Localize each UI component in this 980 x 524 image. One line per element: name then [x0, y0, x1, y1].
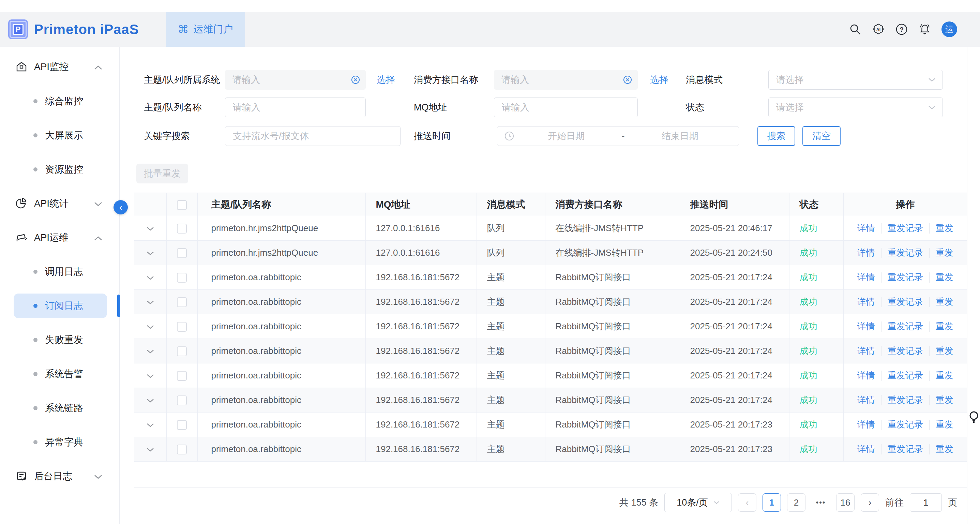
search-button[interactable]: 搜索 — [757, 126, 795, 146]
chevron-down-icon[interactable] — [146, 398, 154, 403]
cell-actions: 详情重发记录重发 — [843, 216, 967, 241]
chevron-down-icon[interactable] — [146, 227, 154, 231]
page-button-2[interactable]: 2 — [787, 493, 805, 512]
sidebar-group-api-stats[interactable]: API统计 — [0, 194, 120, 213]
resend-log-link[interactable]: 重发记录 — [881, 370, 929, 382]
user-avatar[interactable]: 运 — [942, 21, 957, 37]
tab-ops-portal[interactable]: ⌘ 运维门户 — [165, 12, 245, 47]
detail-link[interactable]: 详情 — [851, 271, 881, 283]
cell-actions: 详情重发记录重发 — [843, 314, 967, 339]
sidebar-item-exception-dict[interactable]: 异常字典 — [0, 432, 120, 452]
resend-link[interactable]: 重发 — [929, 271, 959, 283]
sidebar-group-api-monitor[interactable]: API监控 — [0, 57, 120, 77]
sidebar-item-sys-alert[interactable]: 系统告警 — [0, 364, 120, 384]
start-date-placeholder[interactable]: 开始日期 — [514, 130, 618, 142]
chevron-down-icon[interactable] — [146, 349, 154, 354]
consumer-filter-input[interactable] — [494, 70, 638, 90]
resend-link[interactable]: 重发 — [929, 345, 959, 357]
chevron-down-icon[interactable] — [146, 251, 154, 256]
sidebar-item-fail-resend[interactable]: 失败重发 — [0, 330, 120, 350]
detail-link[interactable]: 详情 — [851, 345, 881, 357]
cell-push-time: 2025-05-21 20:17:24 — [680, 314, 789, 339]
resend-log-link[interactable]: 重发记录 — [881, 443, 929, 455]
sidebar-group-api-ops[interactable]: API运维 — [0, 228, 120, 247]
detail-link[interactable]: 详情 — [851, 394, 881, 406]
status-filter-select[interactable]: 请选择 — [768, 97, 943, 117]
resend-log-link[interactable]: 重发记录 — [881, 320, 929, 333]
chevron-down-icon[interactable] — [146, 448, 154, 452]
row-checkbox[interactable] — [177, 395, 187, 405]
row-checkbox[interactable] — [177, 224, 187, 234]
chevron-down-icon[interactable] — [146, 325, 154, 329]
resend-link[interactable]: 重发 — [929, 394, 959, 406]
detail-link[interactable]: 详情 — [851, 222, 881, 234]
name-filter-input[interactable] — [225, 98, 366, 117]
clear-circle-icon[interactable] — [623, 75, 632, 86]
resend-log-link[interactable]: 重发记录 — [881, 419, 929, 431]
row-checkbox[interactable] — [177, 322, 187, 332]
sidebar-item-resource[interactable]: 资源监控 — [0, 159, 120, 179]
resend-link[interactable]: 重发 — [929, 247, 959, 259]
resend-log-link[interactable]: 重发记录 — [881, 394, 929, 406]
more-pages-ellipsis[interactable]: ••• — [811, 498, 830, 507]
chevron-down-icon[interactable] — [146, 300, 154, 305]
page-button-1[interactable]: 1 — [762, 493, 781, 512]
search-icon[interactable] — [849, 23, 862, 36]
sidebar-item-subscribe-log[interactable]: 订阅日志 — [0, 296, 120, 316]
batch-resend-button[interactable]: 批量重发 — [136, 164, 188, 183]
sidebar-item-sys-link[interactable]: 系统链路 — [0, 398, 120, 418]
chevron-down-icon[interactable] — [146, 276, 154, 280]
sidebar-collapse-button[interactable]: ‹ — [113, 200, 128, 215]
system-filter-input[interactable] — [225, 70, 366, 90]
resend-log-link[interactable]: 重发记录 — [881, 222, 929, 234]
page-size-select[interactable]: 10条/页 — [664, 493, 732, 512]
select-all-checkbox[interactable] — [177, 200, 187, 210]
goto-page-input[interactable] — [910, 493, 942, 512]
resend-link[interactable]: 重发 — [929, 296, 959, 308]
sidebar-item-bigscreen[interactable]: 大屏展示 — [0, 126, 120, 145]
detail-link[interactable]: 详情 — [851, 320, 881, 333]
sidebar-group-backend-log[interactable]: 后台日志 — [0, 467, 120, 486]
resend-link[interactable]: 重发 — [929, 370, 959, 382]
system-select-link[interactable]: 选择 — [377, 70, 395, 90]
resend-log-link[interactable]: 重发记录 — [881, 345, 929, 357]
push-time-range-picker[interactable]: 开始日期 - 结束日期 — [497, 126, 739, 146]
help-icon[interactable]: ? — [895, 23, 908, 36]
sidebar-item-overview[interactable]: 综合监控 — [0, 91, 120, 111]
page-button-16[interactable]: 16 — [836, 493, 854, 512]
lightbulb-icon[interactable] — [969, 411, 979, 427]
detail-link[interactable]: 详情 — [851, 247, 881, 259]
end-date-placeholder[interactable]: 结束日期 — [628, 130, 732, 142]
resend-log-link[interactable]: 重发记录 — [881, 296, 929, 308]
resend-log-link[interactable]: 重发记录 — [881, 247, 929, 259]
prev-page-button[interactable]: ‹ — [738, 493, 756, 512]
row-checkbox[interactable] — [177, 371, 187, 381]
row-checkbox[interactable] — [177, 420, 187, 430]
keyword-filter-input[interactable] — [225, 126, 400, 146]
chevron-down-icon[interactable] — [146, 374, 154, 378]
ai-assistant-icon[interactable]: AI — [872, 23, 885, 36]
resend-link[interactable]: 重发 — [929, 443, 959, 455]
detail-link[interactable]: 详情 — [851, 443, 881, 455]
detail-link[interactable]: 详情 — [851, 419, 881, 431]
consumer-select-link[interactable]: 选择 — [650, 70, 668, 90]
clear-circle-icon[interactable] — [351, 75, 360, 86]
row-checkbox[interactable] — [177, 273, 187, 283]
row-checkbox[interactable] — [177, 346, 187, 356]
notification-bell-icon[interactable] — [918, 23, 931, 36]
clear-button[interactable]: 清空 — [802, 126, 841, 146]
resend-link[interactable]: 重发 — [929, 419, 959, 431]
row-checkbox[interactable] — [177, 297, 187, 307]
detail-link[interactable]: 详情 — [851, 370, 881, 382]
row-checkbox[interactable] — [177, 444, 187, 454]
mode-filter-select[interactable]: 请选择 — [768, 70, 943, 90]
resend-link[interactable]: 重发 — [929, 320, 959, 333]
next-page-button[interactable]: › — [861, 493, 879, 512]
mq-filter-input[interactable] — [494, 98, 638, 117]
sidebar-item-call-log[interactable]: 调用日志 — [0, 262, 120, 282]
resend-log-link[interactable]: 重发记录 — [881, 271, 929, 283]
detail-link[interactable]: 详情 — [851, 296, 881, 308]
row-checkbox[interactable] — [177, 248, 187, 258]
resend-link[interactable]: 重发 — [929, 222, 959, 234]
chevron-down-icon[interactable] — [146, 423, 154, 427]
